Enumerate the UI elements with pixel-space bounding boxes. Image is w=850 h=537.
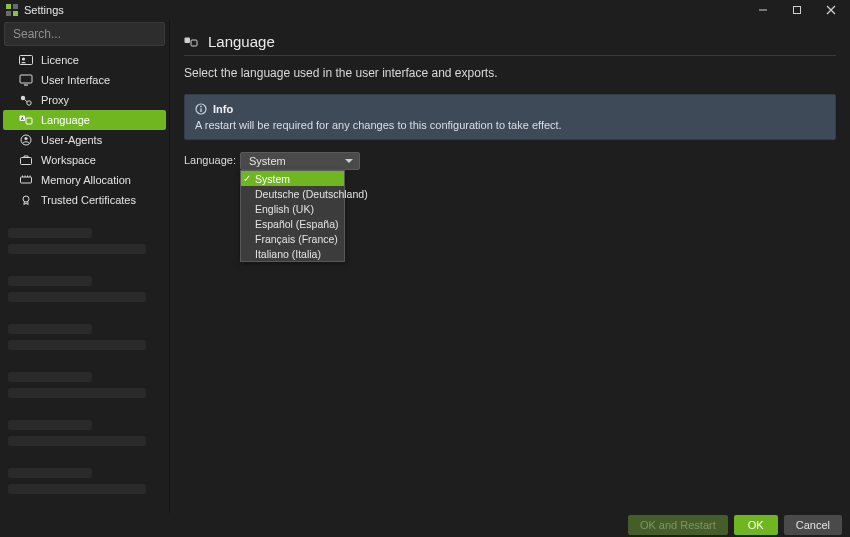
sidebar-item-label: User-Agents (41, 134, 102, 146)
svg-rect-16 (26, 118, 32, 124)
svg-rect-0 (6, 4, 11, 9)
content-panel: Language Select the language used in the… (170, 20, 850, 513)
nav-list: Licence User Interface Proxy A Language (0, 50, 169, 210)
cancel-button[interactable]: Cancel (784, 515, 842, 535)
language-icon (184, 36, 198, 48)
minimize-button[interactable] (746, 0, 780, 20)
svg-rect-10 (20, 75, 32, 83)
sidebar-item-user-interface[interactable]: User Interface (3, 70, 166, 90)
sidebar-item-label: Memory Allocation (41, 174, 131, 186)
dialog-footer: OK and Restart OK Cancel (0, 513, 850, 537)
info-panel: Info A restart will be required for any … (184, 94, 836, 140)
ok-button[interactable]: OK (734, 515, 778, 535)
language-form-row: Language: System System Deutsche (Deutsc… (184, 152, 836, 170)
svg-rect-20 (21, 158, 32, 165)
language-combobox[interactable]: System (240, 152, 360, 170)
sidebar-item-label: Proxy (41, 94, 69, 106)
proxy-icon (19, 94, 33, 106)
language-option-italiano[interactable]: Italiano (Italia) (241, 246, 344, 261)
sidebar-item-label: Workspace (41, 154, 96, 166)
certificate-icon (19, 194, 33, 206)
language-option-francais[interactable]: Français (France) (241, 231, 344, 246)
sidebar-item-user-agents[interactable]: User-Agents (3, 130, 166, 150)
language-option-espanol[interactable]: Español (España) (241, 216, 344, 231)
svg-rect-3 (13, 11, 18, 16)
memory-icon (19, 174, 33, 186)
sidebar-item-licence[interactable]: Licence (3, 50, 166, 70)
monitor-icon (19, 74, 33, 86)
info-title: Info (213, 103, 233, 115)
svg-point-26 (23, 196, 29, 202)
info-icon (195, 103, 207, 115)
titlebar: Settings (0, 0, 850, 20)
language-icon: A (19, 114, 33, 126)
close-button[interactable] (814, 0, 848, 20)
search-input[interactable] (4, 22, 165, 46)
language-option-english-uk[interactable]: English (UK) (241, 201, 344, 216)
user-circle-icon (19, 134, 33, 146)
sidebar: Licence User Interface Proxy A Language (0, 20, 170, 513)
sidebar-placeholder-area (0, 210, 169, 537)
svg-point-30 (200, 106, 202, 108)
sidebar-item-trusted-certificates[interactable]: Trusted Certificates (3, 190, 166, 210)
sidebar-item-label: Trusted Certificates (41, 194, 136, 206)
svg-point-9 (22, 57, 25, 60)
sidebar-item-label: Licence (41, 54, 79, 66)
svg-rect-2 (6, 11, 11, 16)
svg-rect-21 (21, 177, 32, 183)
ok-and-restart-button[interactable]: OK and Restart (628, 515, 728, 535)
sidebar-item-language[interactable]: A Language (3, 110, 166, 130)
sidebar-item-label: User Interface (41, 74, 110, 86)
svg-point-19 (24, 137, 27, 140)
language-option-deutsche[interactable]: Deutsche (Deutschland) (241, 186, 344, 201)
svg-rect-1 (13, 4, 18, 9)
app-icon (6, 4, 18, 16)
svg-rect-28 (191, 40, 197, 46)
maximize-button[interactable] (780, 0, 814, 20)
svg-rect-27 (185, 37, 191, 43)
language-dropdown: System Deutsche (Deutschland) English (U… (240, 170, 345, 262)
window-title: Settings (24, 4, 64, 16)
svg-line-14 (25, 100, 28, 102)
info-body: A restart will be required for any chang… (195, 119, 825, 131)
sidebar-item-workspace[interactable]: Workspace (3, 150, 166, 170)
svg-rect-5 (794, 7, 801, 14)
page-description: Select the language used in the user int… (184, 66, 836, 80)
language-label: Language: (184, 152, 232, 166)
page-header: Language (184, 28, 836, 56)
sidebar-item-proxy[interactable]: Proxy (3, 90, 166, 110)
svg-text:A: A (21, 116, 24, 121)
language-option-system[interactable]: System (241, 171, 344, 186)
sidebar-item-memory-allocation[interactable]: Memory Allocation (3, 170, 166, 190)
briefcase-icon (19, 154, 33, 166)
sidebar-item-label: Language (41, 114, 90, 126)
user-card-icon (19, 54, 33, 66)
page-title: Language (208, 33, 275, 50)
language-combobox-value: System (249, 155, 286, 167)
